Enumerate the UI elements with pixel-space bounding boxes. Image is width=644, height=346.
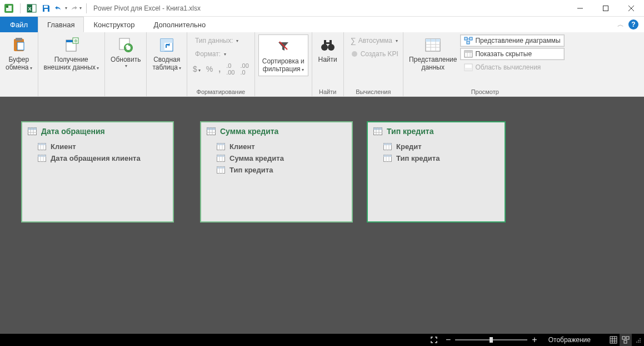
field-row[interactable]: Тип кредита — [217, 166, 346, 174]
table-card-body: КредитТип кредита — [368, 140, 505, 170]
table-name: Дата обращения — [41, 127, 105, 136]
svg-rect-90 — [610, 337, 617, 343]
calc-area-icon — [464, 63, 473, 71]
svg-rect-96 — [626, 337, 629, 339]
binoculars-icon — [320, 36, 336, 55]
pivot-table-icon — [158, 36, 175, 55]
diagram-canvas[interactable]: Дата обращенияКлиентДата обращения клиен… — [0, 97, 644, 334]
field-icon — [383, 143, 392, 150]
group-view: Представление данных Представление диагр… — [403, 32, 567, 96]
minimize-button[interactable] — [567, 0, 593, 17]
field-icon — [38, 143, 46, 150]
paste-button[interactable]: Буфер обмена▾ — [2, 33, 36, 74]
diagram-view-button[interactable]: Представление диаграммы — [460, 34, 564, 47]
svg-point-30 — [352, 51, 357, 57]
field-icon — [38, 155, 46, 162]
calc-area-button[interactable]: Область вычисления — [460, 61, 564, 73]
maximize-button[interactable] — [593, 0, 618, 17]
excel-icon[interactable]: X — [25, 2, 38, 15]
field-row[interactable]: Сумма кредита — [217, 154, 346, 162]
window-controls — [567, 0, 644, 17]
autosum-button[interactable]: ∑ Автосумма▾ — [348, 34, 401, 47]
table-icon — [373, 127, 382, 135]
svg-point-102 — [638, 342, 639, 343]
field-row[interactable]: Тип кредита — [383, 154, 499, 162]
dropdown-arrow-icon: ▾ — [65, 6, 67, 11]
format-dropdown[interactable]: Формат:▾ — [193, 48, 249, 60]
svg-rect-46 — [465, 68, 472, 71]
close-button[interactable] — [618, 0, 644, 17]
show-hidden-button[interactable]: Показать скрытые — [460, 48, 564, 60]
svg-rect-57 — [38, 155, 46, 157]
field-row[interactable]: Клиент — [217, 142, 346, 151]
table-card[interactable]: Дата обращенияКлиентДата обращения клиен… — [21, 121, 174, 223]
zoom-track[interactable] — [455, 339, 527, 340]
table-card-header[interactable]: Сумма кредита — [201, 122, 352, 140]
diagram-view-status-button[interactable] — [620, 334, 632, 346]
sort-filter-button[interactable]: Сортировка и фильтрация▾ — [258, 34, 308, 76]
view-mode-label: Отображение — [543, 336, 607, 344]
percent-button[interactable]: % — [206, 65, 213, 73]
undo-button[interactable]: ▾ — [54, 2, 67, 15]
svg-rect-66 — [217, 144, 225, 146]
save-icon[interactable] — [39, 2, 53, 15]
svg-rect-38 — [470, 37, 472, 40]
redo-button[interactable]: ▾ — [68, 2, 82, 15]
field-row[interactable]: Клиент — [38, 142, 167, 151]
fit-to-screen-button[interactable] — [428, 334, 440, 346]
zoom-in-button[interactable]: + — [532, 335, 537, 345]
tab-home[interactable]: Главная — [38, 17, 84, 32]
svg-rect-9 — [603, 6, 608, 11]
kpi-icon — [351, 50, 358, 58]
refresh-button[interactable]: Обновить ▾ — [107, 33, 144, 71]
svg-rect-23 — [161, 39, 173, 43]
svg-rect-78 — [374, 128, 382, 130]
collapse-ribbon-icon[interactable]: ︿ — [617, 20, 624, 29]
find-button[interactable]: Найти — [314, 33, 341, 66]
svg-text:X: X — [28, 6, 31, 12]
decrease-decimal-button[interactable]: .00.0 — [240, 62, 248, 76]
field-icon — [217, 166, 225, 174]
data-view-button[interactable]: Представление данных — [406, 33, 461, 74]
get-external-data-button[interactable]: ⊕ Получение внешних данных▾ — [41, 33, 103, 74]
svg-rect-28 — [330, 40, 332, 46]
field-row[interactable]: Кредит — [383, 142, 499, 151]
svg-point-99 — [638, 340, 639, 341]
zoom-out-button[interactable]: − — [446, 335, 451, 345]
datatype-dropdown[interactable]: Тип данных:▾ — [193, 34, 249, 47]
help-button[interactable]: ? — [628, 19, 638, 29]
tab-design[interactable]: Конструктор — [84, 17, 144, 32]
svg-rect-27 — [324, 40, 326, 46]
title-bar: X ▾ ▾ Power Pivot для Excel - Книга1.xls… — [0, 0, 644, 17]
svg-rect-48 — [28, 128, 37, 130]
grid-view-button[interactable] — [607, 334, 620, 346]
group-get-data: ⊕ Получение внешних данных▾ — [38, 32, 106, 96]
tab-file[interactable]: Файл — [0, 17, 38, 32]
field-name: Кредит — [396, 142, 422, 151]
currency-button[interactable]: $▾ — [193, 65, 201, 73]
table-card-header[interactable]: Дата обращения — [22, 122, 173, 140]
separator — [20, 3, 21, 13]
create-kpi-button[interactable]: Создать KPI — [348, 48, 401, 60]
refresh-icon — [117, 36, 134, 55]
format-buttons: $▾ % , .0.00 .00.0 — [193, 61, 249, 77]
increase-decimal-button[interactable]: .0.00 — [226, 62, 234, 76]
svg-rect-37 — [465, 37, 467, 40]
separator — [86, 3, 87, 13]
svg-rect-70 — [217, 155, 225, 157]
pivot-table-button[interactable]: Сводная таблица▾ — [149, 33, 184, 74]
table-card[interactable]: Тип кредитаКредитТип кредита — [367, 121, 506, 223]
tab-advanced[interactable]: Дополнительно — [144, 17, 216, 32]
zoom-thumb[interactable] — [490, 337, 493, 343]
field-row[interactable]: Дата обращения клиента — [38, 154, 167, 162]
table-card-header[interactable]: Тип кредита — [368, 122, 505, 140]
field-name: Тип кредита — [229, 166, 273, 174]
resize-grip[interactable] — [632, 334, 644, 346]
comma-button[interactable]: , — [218, 65, 221, 73]
svg-rect-87 — [384, 155, 392, 157]
table-card[interactable]: Сумма кредитаКлиентСумма кредитаТип кред… — [200, 121, 353, 223]
zoom-slider[interactable]: − + — [440, 335, 543, 345]
field-icon — [217, 143, 225, 150]
window-title: Power Pivot для Excel - Книга1.xlsx — [93, 4, 201, 12]
svg-rect-42 — [465, 51, 472, 53]
